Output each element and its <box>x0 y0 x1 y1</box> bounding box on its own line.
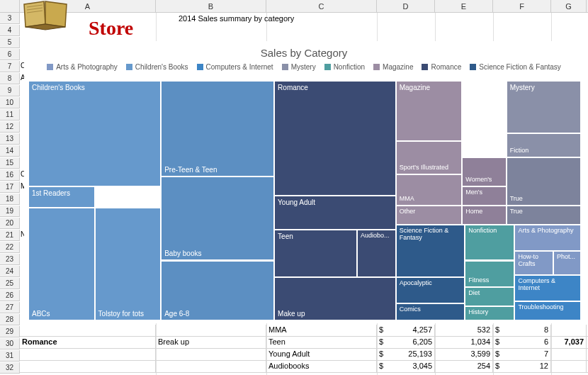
col-header-e[interactable]: E <box>435 0 493 12</box>
row-header-16[interactable]: 16 <box>0 169 20 181</box>
cell-sub[interactable] <box>156 361 266 372</box>
col-header-b[interactable]: B <box>156 0 266 12</box>
row-header-14[interactable]: 14 <box>0 145 20 157</box>
cell-category[interactable]: Romance <box>20 337 156 348</box>
tm-mma[interactable]: MMA <box>396 174 463 206</box>
tm-crafts[interactable]: How-to Crafts <box>514 251 553 275</box>
table-row[interactable]: MMA$4,257532$8 <box>20 325 588 337</box>
row-header-27[interactable]: 27 <box>0 302 20 313</box>
tm-baby[interactable]: Baby books <box>161 177 274 260</box>
cell-amount-d[interactable]: $25,193 <box>377 349 435 360</box>
tm-apocalyptic[interactable]: Apocalyptic <box>396 277 465 303</box>
tm-true2[interactable]: True <box>507 206 581 225</box>
tm-audiobooks[interactable]: Audiobo... <box>357 230 396 278</box>
tm-other[interactable]: Other <box>396 206 463 225</box>
tm-phot[interactable]: Phot... <box>553 251 581 275</box>
cell-category[interactable] <box>20 361 156 372</box>
row-header-24[interactable]: 24 <box>0 266 20 277</box>
cell-item[interactable]: Young Adult <box>266 349 377 360</box>
tm-childrens-books[interactable]: Children's Books <box>28 81 161 186</box>
table-row[interactable]: RomanceBreak upTeen$6,2051,034$6Romance7… <box>20 337 588 349</box>
row-header-26[interactable]: 26 <box>0 290 20 301</box>
col-header-c[interactable]: C <box>266 0 377 12</box>
row-header-3[interactable]: 3 <box>0 13 20 24</box>
row-header-11[interactable]: 11 <box>0 109 20 121</box>
col-header-d[interactable]: D <box>377 0 435 12</box>
tm-true1[interactable]: True <box>507 157 581 206</box>
cell-qty-e[interactable]: 3,599 <box>435 349 493 360</box>
tm-romance[interactable]: Romance <box>274 81 396 196</box>
row-header-7[interactable]: 7 <box>0 61 20 72</box>
row-header-4[interactable]: 4 <box>0 25 20 36</box>
cell-amount-d[interactable]: $6,205 <box>377 337 435 348</box>
cell-g[interactable] <box>551 361 587 372</box>
cell-qty-e[interactable]: 532 <box>435 325 493 336</box>
tm-mens[interactable]: Men's <box>462 186 506 206</box>
row-header-29[interactable]: 29 <box>0 326 20 337</box>
tm-nonfiction[interactable]: Nonfiction <box>465 225 514 261</box>
col-header-f[interactable]: F <box>493 0 551 12</box>
row-header-28[interactable]: 28 <box>0 314 20 325</box>
row-header-22[interactable]: 22 <box>0 242 20 253</box>
cell-amount-f[interactable]: $8 <box>493 325 551 336</box>
row-header-12[interactable]: 12 <box>0 121 20 133</box>
tm-magazine[interactable]: Magazine <box>396 81 463 141</box>
tm-young-adult[interactable]: Young Adult <box>274 196 396 229</box>
row-header-8[interactable]: 8 <box>0 73 20 84</box>
cell-g[interactable]: Romance7,037 <box>551 337 587 348</box>
row-header-6[interactable]: 6 <box>0 49 20 60</box>
cell-sub[interactable] <box>156 325 266 336</box>
tm-scifi[interactable]: Science Fiction & Fantasy <box>396 225 465 277</box>
cell-amount-f[interactable]: $7 <box>493 349 551 360</box>
row-header-32[interactable]: 32 <box>0 362 20 374</box>
row-header-5[interactable]: 5 <box>0 37 20 48</box>
tm-computers[interactable]: Computers & Internet <box>514 275 581 301</box>
row-header-21[interactable]: 21 <box>0 230 20 241</box>
row-header-15[interactable]: 15 <box>0 157 20 169</box>
tm-tolstoy[interactable]: Tolstoy for tots <box>95 208 162 320</box>
cell-item[interactable]: Audiobooks <box>266 361 377 372</box>
row-header-20[interactable]: 20 <box>0 218 20 229</box>
tm-mystery[interactable]: Mystery <box>507 81 581 133</box>
tm-arts[interactable]: Arts & Photography <box>514 225 581 251</box>
cell-g[interactable] <box>551 325 587 336</box>
row-header-10[interactable]: 10 <box>0 97 20 108</box>
tm-history[interactable]: History <box>465 306 514 320</box>
row-header-18[interactable]: 18 <box>0 194 20 205</box>
row-header-17[interactable]: 17 <box>0 181 20 193</box>
tm-sports-ill[interactable]: Sport's Illustrated <box>396 141 463 174</box>
cell-sub[interactable]: Break up <box>156 337 266 348</box>
row-header-13[interactable]: 13 <box>0 133 20 145</box>
cell-amount-d[interactable]: $3,045 <box>377 361 435 372</box>
row-header-9[interactable]: 9 <box>0 85 20 96</box>
tm-womens[interactable]: Women's <box>462 157 506 186</box>
tm-makeup[interactable]: Make up <box>274 277 396 320</box>
tm-diet[interactable]: Diet <box>465 287 514 306</box>
tm-preteen[interactable]: Pre-Teen & Teen <box>161 81 274 177</box>
treemap-chart[interactable]: Sales by Category Arts & PhotographyChil… <box>24 41 584 323</box>
tm-fiction[interactable]: Fiction <box>507 133 581 157</box>
cell-category[interactable] <box>20 325 156 336</box>
row-header-30[interactable]: 30 <box>0 338 20 349</box>
table-row[interactable]: Young Adult$25,1933,599$7 <box>20 349 588 361</box>
cell-qty-e[interactable]: 1,034 <box>435 337 493 348</box>
cell-item[interactable]: Teen <box>266 337 377 348</box>
row-header-31[interactable]: 31 <box>0 350 20 362</box>
tm-teen[interactable]: Teen <box>274 230 357 278</box>
tm-age68[interactable]: Age 6-8 <box>161 261 274 321</box>
tm-fitness[interactable]: Fitness <box>465 261 514 287</box>
tm-home[interactable]: Home <box>462 206 506 225</box>
cell-g[interactable] <box>551 349 587 360</box>
cell-sub[interactable] <box>156 349 266 360</box>
cell-amount-f[interactable]: $6 <box>493 337 551 348</box>
tm-1st-readers[interactable]: 1st Readers <box>28 186 95 208</box>
tm-troubleshoot[interactable]: Troubleshooting <box>514 301 581 320</box>
cell-amount-f[interactable]: $12 <box>493 361 551 372</box>
tm-comics[interactable]: Comics <box>396 303 465 320</box>
tm-abcs[interactable]: ABCs <box>28 208 95 320</box>
cell-qty-e[interactable]: 254 <box>435 361 493 372</box>
cell-item[interactable]: MMA <box>266 325 377 336</box>
cell-category[interactable] <box>20 349 156 360</box>
col-header-g[interactable]: G <box>551 0 587 12</box>
table-row[interactable]: Audiobooks$3,045254$12 <box>20 361 588 373</box>
